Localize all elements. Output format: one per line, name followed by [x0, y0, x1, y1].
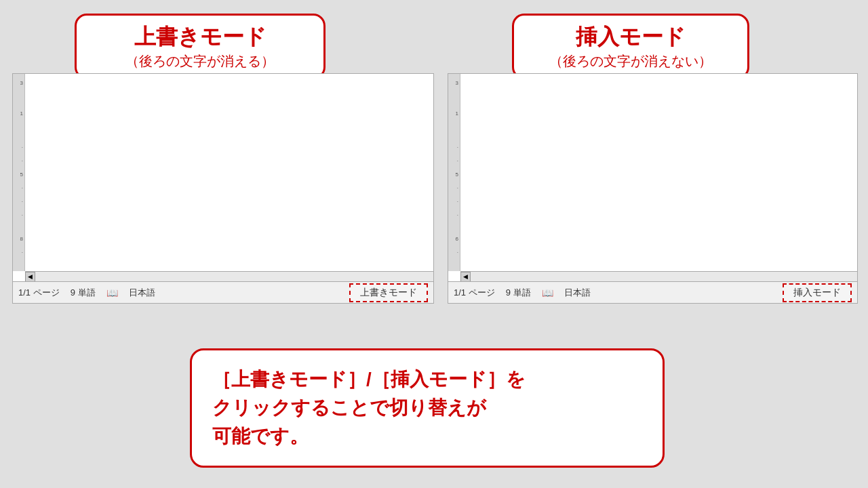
- status-language-left: 日本語: [129, 287, 155, 299]
- ruler-mark: ·: [448, 213, 460, 218]
- ruler-mark: ·: [448, 250, 460, 256]
- callout-overwrite-title: 上書きモード: [90, 22, 310, 52]
- status-page-right: 1/1 ページ: [454, 287, 495, 299]
- callout-bottom-line2: クリックすることで切り替えが: [212, 397, 486, 418]
- callout-bottom: ［上書きモード］/［挿入モード］を クリックすることで切り替えが 可能です。: [190, 348, 665, 468]
- main-container: 上書きモード （後ろの文字が消える） 挿入モード （後ろの文字が消えない） 3 …: [0, 0, 868, 488]
- callout-bottom-line1: ［上書きモード］/［挿入モード］を: [212, 369, 526, 390]
- ruler-mark: 8: [13, 237, 24, 242]
- ruler-mark: 6: [448, 237, 460, 242]
- ruler-mark: ·: [13, 159, 24, 164]
- mode-badge-overwrite[interactable]: 上書きモード: [349, 283, 428, 302]
- scroll-right-arrow[interactable]: ◀: [460, 272, 471, 282]
- ruler-mark: ·: [13, 213, 24, 218]
- ruler-mark: ·: [13, 199, 24, 205]
- callout-overwrite: 上書きモード （後ろの文字が消える）: [75, 14, 326, 79]
- callout-bottom-text: ［上書きモード］/［挿入モード］を クリックすることで切り替えが 可能です。: [212, 365, 642, 451]
- status-words-right: 9 単語: [506, 287, 531, 299]
- vruler-right: 3 1 · · 5 · · · 6 ·: [448, 74, 460, 271]
- ruler-mark: ·: [13, 250, 24, 256]
- status-words-left: 9 単語: [71, 287, 96, 299]
- ruler-mark: ·: [448, 186, 460, 191]
- callout-bottom-line3: 可能です。: [212, 426, 309, 447]
- ruler-mark: 3: [13, 81, 24, 86]
- ruler-mark: ·: [13, 145, 24, 150]
- ruler-mark: ·: [13, 186, 24, 191]
- callout-insert-subtitle: （後ろの文字が消えない）: [528, 52, 734, 70]
- callout-overwrite-subtitle: （後ろの文字が消える）: [90, 52, 310, 70]
- ruler-mark: ·: [448, 159, 460, 164]
- doc-content-left: [25, 74, 433, 291]
- status-bar-right: 1/1 ページ 9 単語 📖 日本語 挿入モード: [448, 281, 857, 303]
- doc-panel-left: 3 1 · · 5 · · · 8 · ◀ 1/1 ページ 9 単語 📖 日本語…: [12, 73, 434, 304]
- ruler-mark: 1: [448, 111, 460, 117]
- callout-insert-title: 挿入モード: [528, 22, 734, 52]
- doc-panel-right: 3 1 · · 5 · · · 6 · ◀ 1/1 ページ 9 単語 📖 日本語…: [448, 73, 858, 304]
- hscroll-left: ◀: [25, 271, 433, 281]
- scroll-left-arrow[interactable]: ◀: [25, 272, 35, 282]
- ruler-mark: 3: [448, 81, 460, 86]
- status-bar-left: 1/1 ページ 9 単語 📖 日本語 上書きモード: [13, 281, 433, 303]
- status-page-left: 1/1 ページ: [18, 287, 60, 299]
- vruler-left: 3 1 · · 5 · · · 8 ·: [13, 74, 25, 271]
- callout-insert: 挿入モード （後ろの文字が消えない）: [512, 14, 749, 79]
- book-icon-left: 📖: [106, 287, 118, 298]
- ruler-mark: 1: [13, 111, 24, 117]
- ruler-mark: 5: [448, 172, 460, 178]
- hscroll-right: ◀: [460, 271, 857, 281]
- doc-content-right: [460, 74, 857, 291]
- ruler-mark: ·: [448, 199, 460, 205]
- ruler-mark: ·: [448, 145, 460, 150]
- ruler-mark: 5: [13, 172, 24, 178]
- mode-badge-insert[interactable]: 挿入モード: [783, 283, 852, 302]
- status-language-right: 日本語: [564, 287, 591, 299]
- book-icon-right: 📖: [542, 287, 553, 298]
